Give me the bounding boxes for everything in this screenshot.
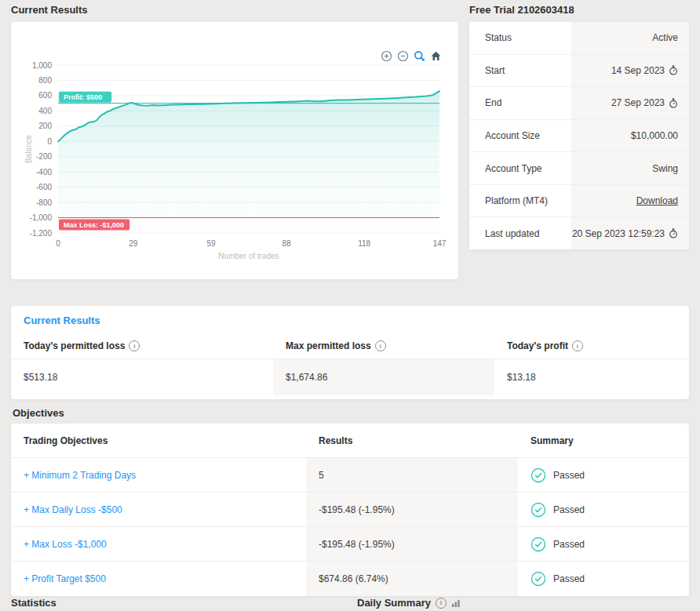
check-circle-icon xyxy=(530,502,546,518)
todays-profit-label: Today's profit xyxy=(507,340,568,351)
passed-label: Passed xyxy=(553,539,585,550)
svg-text:Balance: Balance xyxy=(24,134,33,163)
objective-row-max-loss: + Max Loss -$1,000 -$195.48 (-1.95%) Pas… xyxy=(11,527,689,562)
results-header-cell: Today's permitted lossi xyxy=(11,333,273,359)
bar-chart-icon[interactable] xyxy=(451,598,461,608)
info-icon[interactable]: i xyxy=(375,340,386,351)
start-date-value: 14 Sep 2023 xyxy=(611,65,665,76)
summary-status: Passed xyxy=(530,502,585,518)
results-value-row: $513.18 $1,674.86 $13.18 xyxy=(11,359,689,395)
svg-text:147: 147 xyxy=(433,239,447,248)
objective-result: $674.86 (6.74%) xyxy=(306,562,518,596)
dashboard-page: Current Results 1 xyxy=(0,0,700,611)
svg-text:1,000: 1,000 xyxy=(32,61,52,70)
objectives-heading: Objectives xyxy=(13,407,64,419)
passed-label: Passed xyxy=(553,470,585,481)
passed-label: Passed xyxy=(553,504,585,515)
passed-label: Passed xyxy=(553,573,585,584)
todays-permitted-loss-label: Today's permitted loss xyxy=(24,340,125,351)
objective-expand-link[interactable]: + Profit Target $500 xyxy=(24,573,106,584)
zoom-out-icon[interactable] xyxy=(396,49,409,62)
stopwatch-icon xyxy=(669,65,678,75)
account-row-label: Account Size xyxy=(469,120,571,152)
account-size-value: $10,000.00 xyxy=(631,130,678,141)
reset-home-icon[interactable] xyxy=(429,49,442,62)
account-row-type: Account Type Swing xyxy=(469,152,689,185)
check-circle-icon xyxy=(530,536,546,552)
last-updated-value: 20 Sep 2023 12:59:23 xyxy=(572,228,665,239)
svg-text:400: 400 xyxy=(38,107,52,115)
objectives-col-header: Trading Objectives xyxy=(11,424,306,457)
svg-text:0: 0 xyxy=(47,137,52,146)
account-row-updated: Last updated 20 Sep 2023 12:59:23 xyxy=(469,217,689,249)
account-row-size: Account Size $10,000.00 xyxy=(469,120,689,153)
objective-expand-link[interactable]: + Max Loss -$1,000 xyxy=(24,539,107,550)
svg-text:-1,200: -1,200 xyxy=(30,229,53,238)
svg-text:-600: -600 xyxy=(36,183,52,191)
account-row-value: 14 Sep 2023 xyxy=(571,55,689,87)
account-panel-title: Free Trial 2102603418 xyxy=(469,4,574,16)
svg-text:800: 800 xyxy=(38,76,52,85)
objective-result: -$195.48 (-1.95%) xyxy=(306,527,518,561)
summary-col-header: Summary xyxy=(518,424,689,457)
chart-section-title: Current Results xyxy=(11,4,88,16)
objective-row-profit-target: + Profit Target $500 $674.86 (6.74%) Pas… xyxy=(11,562,689,596)
summary-status: Passed xyxy=(530,467,585,483)
daily-summary-label: Daily Summary xyxy=(357,597,431,609)
svg-text:-800: -800 xyxy=(36,198,52,207)
daily-summary-heading: Daily Summary i xyxy=(357,597,461,609)
info-icon[interactable]: i xyxy=(129,340,140,351)
current-results-tab[interactable]: Current Results xyxy=(11,306,100,326)
account-row-value: Download xyxy=(571,185,689,217)
account-row-end: End 27 Sep 2023 xyxy=(469,87,689,120)
info-icon[interactable]: i xyxy=(436,598,447,609)
results-header-cell: Today's profiti xyxy=(494,333,689,359)
summary-status: Passed xyxy=(530,536,585,552)
svg-text:Max Loss: -$1,000: Max Loss: -$1,000 xyxy=(64,221,124,229)
account-row-value: Active xyxy=(571,22,689,54)
account-row-value: $10,000.00 xyxy=(571,120,689,152)
zoom-in-icon[interactable] xyxy=(380,49,392,62)
info-icon[interactable]: i xyxy=(572,340,583,351)
svg-text:200: 200 xyxy=(38,122,52,130)
objective-result: 5 xyxy=(306,458,518,492)
balance-chart-card: 1,0008006004002000-200-400-600-800-1,000… xyxy=(11,22,458,279)
objective-row-min-trading-days: + Minimum 2 Trading Days 5 Passed xyxy=(11,458,689,493)
svg-text:29: 29 xyxy=(129,239,138,248)
account-row-label: Start xyxy=(469,55,571,87)
status-value: Active xyxy=(652,32,678,43)
svg-text:59: 59 xyxy=(206,239,216,248)
results-col-header: Results xyxy=(306,424,518,457)
stopwatch-icon xyxy=(669,98,678,108)
account-row-label: Platform (MT4) xyxy=(469,185,571,217)
max-permitted-loss-value: $1,674.86 xyxy=(273,359,494,395)
objective-expand-link[interactable]: + Minimum 2 Trading Days xyxy=(24,470,136,481)
svg-text:Profit: $500: Profit: $500 xyxy=(64,93,102,101)
objective-expand-link[interactable]: + Max Daily Loss -$500 xyxy=(24,504,122,515)
objectives-table: Trading Objectives Results Summary + Min… xyxy=(11,424,689,596)
download-link[interactable]: Download xyxy=(636,195,678,206)
chart-toolbar xyxy=(380,49,442,62)
current-results-card: Current Results Today's permitted lossi … xyxy=(11,306,689,399)
objective-result: -$195.48 (-1.95%) xyxy=(306,493,518,526)
account-row-label: Status xyxy=(469,22,571,54)
account-type-value: Swing xyxy=(652,163,678,174)
check-circle-icon xyxy=(530,571,546,587)
svg-text:-200: -200 xyxy=(36,152,52,161)
objective-row-max-daily-loss: + Max Daily Loss -$500 -$195.48 (-1.95%)… xyxy=(11,493,689,527)
results-header-row: Today's permitted lossi Max permitted lo… xyxy=(11,333,689,359)
statistics-heading: Statistics xyxy=(11,597,57,609)
account-row-label: Last updated xyxy=(469,217,571,249)
svg-text:-1,000: -1,000 xyxy=(30,213,53,222)
account-row-label: Account Type xyxy=(469,152,571,184)
todays-profit-value: $13.18 xyxy=(494,359,689,395)
account-info-card: Status Active Start 14 Sep 2023 End 27 S… xyxy=(469,22,689,249)
summary-status: Passed xyxy=(530,571,585,587)
results-header-cell: Max permitted lossi xyxy=(273,333,494,359)
selection-zoom-icon[interactable] xyxy=(413,49,425,62)
svg-text:0: 0 xyxy=(56,239,60,248)
account-row-start: Start 14 Sep 2023 xyxy=(469,55,689,88)
account-row-value: 20 Sep 2023 12:59:23 xyxy=(571,217,689,249)
account-row-platform: Platform (MT4) Download xyxy=(469,185,689,218)
end-date-value: 27 Sep 2023 xyxy=(611,97,665,108)
